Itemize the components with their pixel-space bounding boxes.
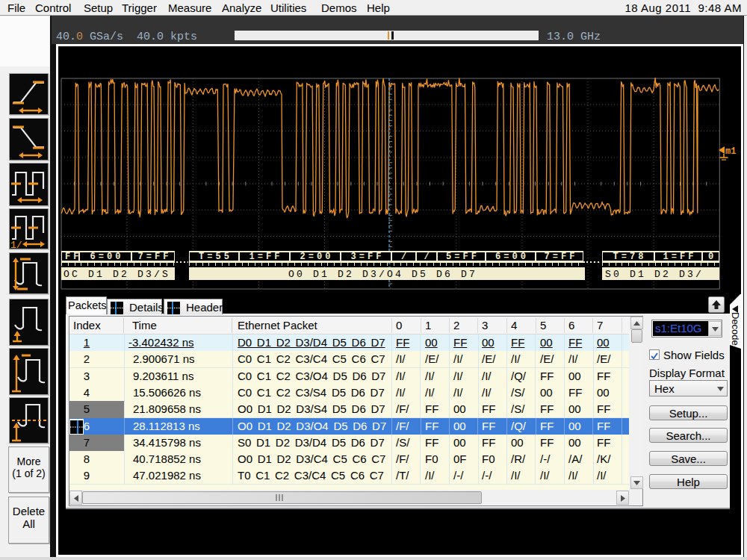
svg-text:1/: 1/ bbox=[10, 240, 22, 249]
svg-text:Decode: Decode bbox=[730, 312, 741, 346]
svg-text:m1: m1 bbox=[725, 146, 736, 157]
